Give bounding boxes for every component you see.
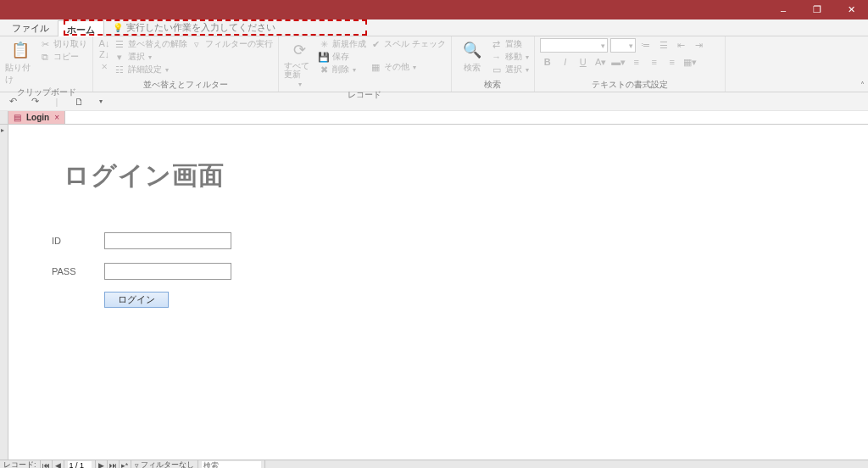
selection-icon: ▾ bbox=[114, 52, 125, 63]
find-button[interactable]: 🔍 検索 bbox=[457, 38, 487, 74]
spelling-button[interactable]: ✔スペル チェック bbox=[370, 38, 446, 50]
nav-last-button[interactable]: ⏭ bbox=[108, 460, 120, 468]
group-label-clipboard: クリップボード bbox=[5, 86, 87, 98]
spelling-label: スペル チェック bbox=[384, 38, 446, 50]
new-record-button[interactable]: ✳新規作成 bbox=[318, 38, 366, 50]
new-icon: ✳ bbox=[318, 39, 330, 50]
clear-sort-button[interactable]: ⨉ bbox=[98, 60, 110, 71]
cut-button[interactable]: ✂切り取り bbox=[39, 38, 87, 50]
cut-label: 切り取り bbox=[53, 38, 87, 50]
nav-next-button[interactable]: ▶ bbox=[96, 460, 108, 468]
record-position-input[interactable] bbox=[68, 461, 92, 469]
sort-asc-icon: A↓ bbox=[98, 38, 110, 48]
advanced-filter-button[interactable]: ☷詳細設定▾ bbox=[114, 64, 187, 75]
minimize-button[interactable]: – bbox=[766, 0, 800, 20]
sort-asc-button[interactable]: A↓ bbox=[98, 38, 110, 48]
align-right-button[interactable]: ≡ bbox=[665, 55, 680, 69]
indent-inc-button[interactable]: ⇥ bbox=[692, 39, 707, 53]
maximize-button[interactable]: ❐ bbox=[800, 0, 834, 20]
tell-me-placeholder: 実行したい作業を入力してください bbox=[126, 21, 275, 34]
selection-label: 選択 bbox=[128, 51, 145, 63]
font-name-combo[interactable]: ▾ bbox=[540, 38, 608, 53]
fill-button[interactable]: ▦▾ bbox=[682, 55, 698, 69]
sort-desc-button[interactable]: Z↓ bbox=[98, 49, 110, 59]
group-sort-filter: A↓ Z↓ ⨉ ☰並べ替えの解除 ▾選択▾ ☷詳細設定▾ ▿フィルターの実行 並… bbox=[93, 36, 279, 92]
form-icon: ▤ bbox=[14, 113, 21, 122]
nav-first-button[interactable]: ⏮ bbox=[41, 460, 53, 468]
nav-search bbox=[198, 460, 265, 468]
underline-button[interactable]: U bbox=[576, 55, 591, 69]
selection-filter-button[interactable]: ▾選択▾ bbox=[114, 51, 187, 63]
refresh-label: すべて更新 bbox=[284, 62, 314, 79]
advanced-label: 詳細設定 bbox=[128, 64, 162, 75]
funnel-icon: ▿ bbox=[191, 39, 203, 50]
form-surface: ログイン画面 ID PASS ログイン bbox=[0, 125, 868, 460]
tab-home[interactable]: ホーム bbox=[58, 20, 104, 36]
clear-sort-icon: ⨉ bbox=[98, 60, 110, 71]
nav-new-button[interactable]: ▸* bbox=[120, 460, 131, 468]
more-label: その他 bbox=[384, 61, 409, 73]
login-button[interactable]: ログイン bbox=[104, 292, 169, 308]
pass-label: PASS bbox=[52, 266, 79, 276]
save-icon: 💾 bbox=[318, 52, 330, 63]
nav-search-input[interactable] bbox=[202, 461, 261, 469]
refresh-all-button[interactable]: ⟳ すべて更新 ▾ bbox=[284, 38, 314, 88]
close-tab-button[interactable]: × bbox=[54, 113, 59, 122]
pass-input[interactable] bbox=[104, 263, 231, 280]
copy-icon: ⧉ bbox=[39, 52, 51, 63]
id-label: ID bbox=[52, 236, 79, 246]
paste-button[interactable]: 📋 貼り付け bbox=[5, 38, 36, 86]
collapse-ribbon-button[interactable]: ˄ bbox=[860, 81, 865, 90]
indent-dec-button[interactable]: ⇤ bbox=[674, 39, 689, 53]
copy-label: コピー bbox=[53, 51, 79, 63]
delete-label: 削除 bbox=[332, 64, 349, 75]
nav-prev-button[interactable]: ◀ bbox=[53, 460, 64, 468]
record-selector-bar-top[interactable] bbox=[0, 111, 8, 124]
qat-more-button[interactable]: ▾ bbox=[92, 98, 110, 105]
toggle-filter-label: フィルターの実行 bbox=[205, 38, 273, 50]
paste-icon: 📋 bbox=[10, 40, 31, 60]
remove-sort-button[interactable]: ☰並べ替えの解除 bbox=[114, 38, 187, 50]
font-size-combo[interactable]: ▾ bbox=[610, 38, 636, 53]
numbering-button[interactable]: ☰ bbox=[656, 39, 671, 53]
highlight-button[interactable]: ▬▾ bbox=[611, 55, 626, 69]
id-input[interactable] bbox=[104, 232, 231, 249]
replace-label: 置換 bbox=[505, 38, 522, 50]
replace-button[interactable]: ⇄置換 bbox=[491, 38, 529, 50]
save-record-button[interactable]: 💾保存 bbox=[318, 51, 366, 63]
delete-record-button[interactable]: ✖削除▾ bbox=[318, 64, 366, 75]
more-icon: ▦ bbox=[370, 62, 381, 73]
tell-me-search[interactable]: 💡 実行したい作業を入力してください bbox=[109, 20, 279, 36]
bullets-button[interactable]: ≔ bbox=[638, 39, 654, 53]
filter-status[interactable]: ▿ フィルターなし bbox=[131, 460, 199, 468]
ribbon: 📋 貼り付け ✂切り取り ⧉コピー クリップボード A↓ Z↓ ⨉ ☰並べ替えの… bbox=[0, 36, 868, 92]
record-selector-gutter[interactable] bbox=[0, 125, 8, 460]
more-records-button[interactable]: ▦その他▾ bbox=[370, 61, 446, 73]
close-window-button[interactable]: ✕ bbox=[834, 0, 868, 20]
goto-icon: → bbox=[491, 52, 503, 62]
font-color-button[interactable]: A▾ bbox=[593, 55, 609, 69]
form-canvas: ログイン画面 ID PASS ログイン bbox=[8, 125, 868, 460]
group-label-sortfilter: 並べ替えとフィルター bbox=[98, 78, 273, 91]
group-records: ⟳ すべて更新 ▾ ✳新規作成 💾保存 ✖削除▾ ✔スペル チェック ▦その他▾… bbox=[279, 36, 452, 92]
document-tab-bar: ▤ Login × bbox=[0, 111, 868, 125]
copy-button[interactable]: ⧉コピー bbox=[39, 51, 87, 63]
align-center-button[interactable]: ≡ bbox=[647, 55, 662, 69]
goto-button[interactable]: →移動▾ bbox=[491, 51, 529, 63]
align-left-button[interactable]: ≡ bbox=[629, 55, 644, 69]
sort-desc-icon: Z↓ bbox=[98, 49, 110, 59]
form-title: ログイン画面 bbox=[64, 159, 868, 193]
filter-status-label: フィルターなし bbox=[141, 460, 194, 468]
tab-file[interactable]: ファイル bbox=[3, 20, 58, 36]
delete-icon: ✖ bbox=[318, 64, 330, 75]
lightbulb-icon: 💡 bbox=[113, 23, 123, 32]
bold-button[interactable]: B bbox=[540, 55, 555, 69]
document-tab-login[interactable]: ▤ Login × bbox=[8, 111, 65, 124]
group-find: 🔍 検索 ⇄置換 →移動▾ ▭選択▾ 検索 bbox=[452, 36, 535, 92]
italic-button[interactable]: I bbox=[558, 55, 573, 69]
toggle-filter-button[interactable]: ▿フィルターの実行 bbox=[191, 38, 273, 50]
select-button[interactable]: ▭選択▾ bbox=[491, 64, 529, 75]
record-position bbox=[64, 460, 96, 468]
paste-label: 貼り付け bbox=[5, 62, 36, 86]
group-clipboard: 📋 貼り付け ✂切り取り ⧉コピー クリップボード bbox=[0, 36, 93, 92]
